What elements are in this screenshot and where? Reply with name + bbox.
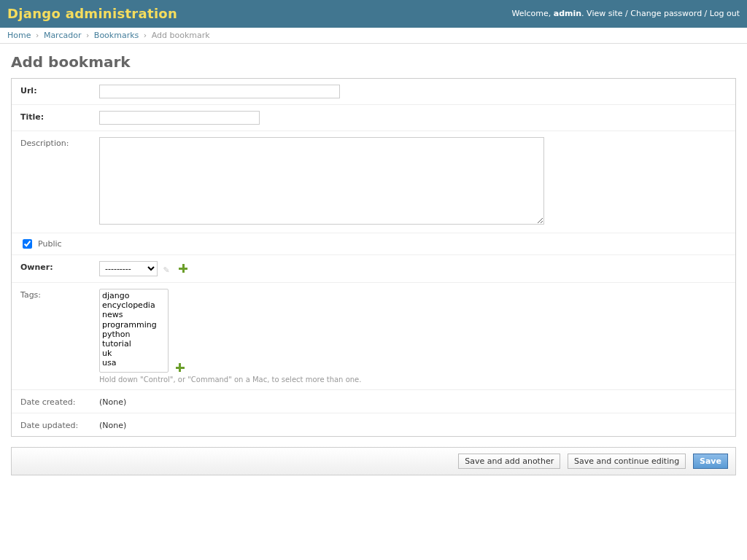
title-input[interactable] — [99, 111, 260, 125]
label-public: Public — [38, 239, 62, 249]
tags-select[interactable]: djangoencyclopedianewsprogrammingpythont… — [99, 289, 169, 373]
row-owner: Owner: --------- ✎ — [12, 255, 735, 283]
description-textarea[interactable] — [99, 137, 544, 225]
public-checkbox[interactable] — [23, 239, 32, 249]
tags-help: Hold down "Control", or "Command" on a M… — [99, 376, 727, 384]
breadcrumb-current: Add bookmark — [152, 31, 210, 40]
view-site-link[interactable]: View site — [587, 9, 622, 18]
breadcrumb-model[interactable]: Bookmarks — [94, 31, 139, 40]
change-password-link[interactable]: Change password — [630, 9, 702, 18]
branding-title: Django administration — [7, 6, 177, 21]
add-owner-icon[interactable] — [179, 264, 187, 273]
tag-option[interactable]: programming — [102, 320, 166, 330]
label-date-created: Date created: — [20, 396, 99, 407]
logout-link[interactable]: Log out — [710, 9, 740, 18]
username: admin — [554, 9, 581, 18]
label-url: Url: — [20, 85, 99, 98]
breadcrumb-app[interactable]: Marcador — [44, 31, 82, 40]
owner-select[interactable]: --------- — [99, 261, 158, 276]
tag-option[interactable]: usa — [102, 358, 166, 368]
page-title: Add bookmark — [11, 53, 736, 71]
row-url: Url: — [12, 79, 735, 105]
row-title: Title: — [12, 105, 735, 131]
tag-option[interactable]: encyclopedia — [102, 300, 166, 310]
row-tags: Tags: djangoencyclopedianewsprogrammingp… — [12, 283, 735, 390]
row-public: Public — [12, 233, 735, 255]
user-tools: Welcome, admin. View site / Change passw… — [511, 9, 740, 18]
url-input[interactable] — [99, 85, 340, 98]
breadcrumbs: Home › Marcador › Bookmarks › Add bookma… — [0, 28, 747, 44]
row-description: Description: — [12, 131, 735, 233]
label-date-updated: Date updated: — [20, 419, 99, 430]
tag-option[interactable]: python — [102, 330, 166, 339]
welcome-prefix: Welcome, — [511, 9, 553, 18]
submit-row — [11, 447, 736, 475]
row-date-updated: Date updated: (None) — [12, 413, 735, 436]
save-continue-button[interactable] — [568, 454, 686, 469]
tag-option[interactable]: news — [102, 310, 166, 319]
save-add-another-button[interactable] — [458, 454, 560, 469]
header-bar: Django administration Welcome, admin. Vi… — [0, 0, 747, 28]
breadcrumb-home[interactable]: Home — [7, 31, 31, 40]
label-tags: Tags: — [20, 289, 99, 384]
save-button[interactable] — [693, 454, 728, 469]
label-title: Title: — [20, 111, 99, 125]
add-tag-icon[interactable] — [176, 363, 185, 372]
row-date-created: Date created: (None) — [12, 390, 735, 413]
pencil-icon: ✎ — [163, 265, 172, 274]
tag-option[interactable]: django — [102, 291, 166, 300]
label-owner: Owner: — [20, 261, 99, 276]
tag-option[interactable]: uk — [102, 349, 166, 358]
form-module: Url: Title: Description: Public Owner: — [11, 78, 736, 437]
date-created-value: (None) — [99, 396, 727, 407]
label-description: Description: — [20, 137, 99, 227]
date-updated-value: (None) — [99, 419, 727, 430]
tag-option[interactable]: tutorial — [102, 339, 166, 349]
